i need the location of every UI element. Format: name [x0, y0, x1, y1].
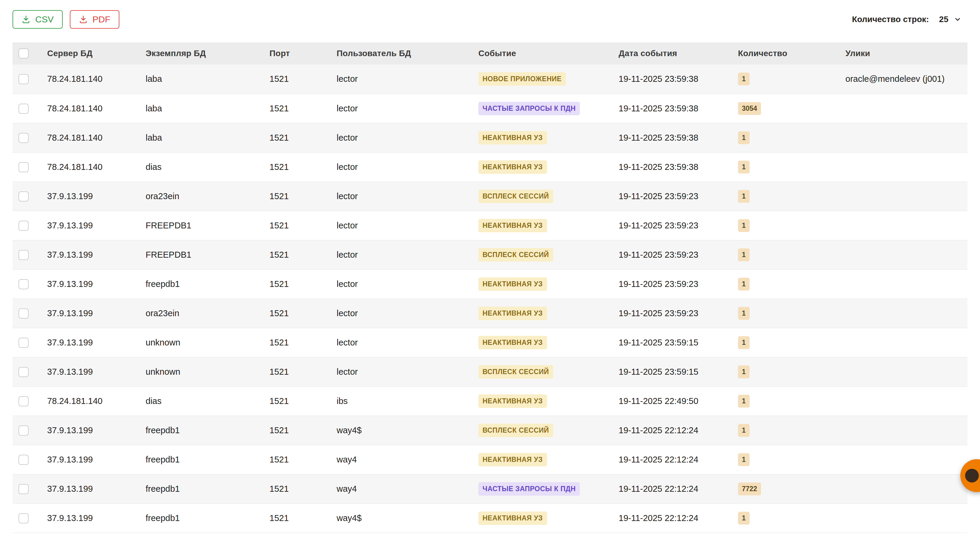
table-row: 37.9.13.199 freepdb1 1521 way4 ЧАСТЫЕ ЗА…	[13, 474, 967, 503]
export-csv-button[interactable]: CSV	[13, 10, 63, 29]
cell-port: 1521	[265, 298, 332, 328]
cell-server: 37.9.13.199	[42, 211, 141, 240]
row-checkbox[interactable]	[19, 396, 29, 406]
cell-instance: freepdb1	[141, 474, 265, 503]
cell-evidence	[841, 123, 967, 152]
cell-date: 19-11-2025 23:59:15	[614, 328, 733, 357]
cell-port: 1521	[265, 474, 332, 503]
row-checkbox[interactable]	[19, 484, 29, 494]
cell-port: 1521	[265, 94, 332, 123]
row-checkbox[interactable]	[19, 308, 29, 319]
cell-user: lector	[332, 269, 474, 298]
event-badge: НЕАКТИВНАЯ УЗ	[478, 160, 547, 174]
cell-date: 19-11-2025 22:12:24	[614, 445, 733, 474]
cell-server: 37.9.13.199	[42, 416, 141, 445]
export-pdf-button[interactable]: PDF	[70, 10, 119, 29]
row-checkbox[interactable]	[19, 74, 29, 84]
table-row: 78.24.181.140 dias 1521 ibs НЕАКТИВНАЯ У…	[13, 386, 967, 416]
row-checkbox[interactable]	[19, 191, 29, 201]
cell-date: 19-11-2025 23:59:38	[614, 152, 733, 182]
cell-evidence	[841, 298, 967, 328]
export-buttons: CSV PDF	[13, 10, 119, 29]
table-row: 37.9.13.199 freepdb1 1521 lector НЕАКТИВ…	[13, 269, 967, 298]
count-badge: 1	[738, 161, 749, 174]
row-checkbox[interactable]	[19, 221, 29, 231]
cell-evidence	[841, 94, 967, 123]
cell-count: 1	[733, 152, 841, 182]
cell-evidence	[841, 240, 967, 269]
table-header-row: Сервер БД Экземпляр БД Порт Пользователь…	[13, 42, 967, 64]
rows-count-select[interactable]: 25	[938, 12, 963, 27]
cell-event: НЕАКТИВНАЯ УЗ	[474, 386, 614, 416]
cell-server: 37.9.13.199	[42, 357, 141, 386]
rows-count-label: Количество строк:	[852, 14, 929, 24]
column-header-date: Дата события	[614, 42, 733, 64]
count-badge: 1	[738, 395, 749, 408]
cell-count: 1	[733, 123, 841, 152]
event-badge: ЧАСТЫЕ ЗАПРОСЫ К ПДН	[478, 102, 580, 115]
row-checkbox[interactable]	[19, 162, 29, 172]
cell-user: lector	[332, 64, 474, 94]
cell-date: 19-11-2025 23:59:38	[614, 123, 733, 152]
cell-date: 19-11-2025 23:59:23	[614, 269, 733, 298]
cell-server: 37.9.13.199	[42, 269, 141, 298]
table-row: 37.9.13.199 freepdb1 1521 way4$ ВСПЛЕСК …	[13, 416, 967, 445]
cell-evidence	[841, 211, 967, 240]
row-checkbox[interactable]	[19, 250, 29, 260]
event-badge: НЕАКТИВНАЯ УЗ	[478, 453, 547, 466]
count-badge: 1	[738, 365, 749, 378]
cell-evidence	[841, 503, 967, 533]
cell-user: lector	[332, 357, 474, 386]
cell-count: 1	[733, 328, 841, 357]
cell-instance: freepdb1	[141, 503, 265, 533]
cell-event: ЧАСТЫЕ ЗАПРОСЫ К ПДН	[474, 474, 614, 503]
events-table-wrap: Сервер БД Экземпляр БД Порт Пользователь…	[13, 42, 967, 533]
cell-event: ВСПЛЕСК СЕССИЙ	[474, 416, 614, 445]
pdf-button-label: PDF	[92, 14, 110, 24]
count-badge: 1	[738, 336, 749, 349]
table-row: 37.9.13.199 ora23ein 1521 lector ВСПЛЕСК…	[13, 182, 967, 211]
cell-count: 1	[733, 240, 841, 269]
cell-server: 37.9.13.199	[42, 503, 141, 533]
row-checkbox[interactable]	[19, 367, 29, 377]
cell-evidence	[841, 152, 967, 182]
cell-date: 19-11-2025 23:59:23	[614, 298, 733, 328]
count-badge: 7722	[738, 482, 761, 495]
row-checkbox[interactable]	[19, 426, 29, 436]
row-checkbox[interactable]	[19, 338, 29, 348]
cell-server: 37.9.13.199	[42, 182, 141, 211]
cell-event: НЕАКТИВНАЯ УЗ	[474, 328, 614, 357]
cell-server: 78.24.181.140	[42, 94, 141, 123]
row-checkbox[interactable]	[19, 279, 29, 289]
count-badge: 1	[738, 453, 749, 466]
table-row: 78.24.181.140 laba 1521 lector ЧАСТЫЕ ЗА…	[13, 94, 967, 123]
column-header-evidence: Улики	[841, 42, 967, 64]
cell-port: 1521	[265, 328, 332, 357]
cell-port: 1521	[265, 152, 332, 182]
cell-date: 19-11-2025 22:12:24	[614, 474, 733, 503]
cell-port: 1521	[265, 386, 332, 416]
toolbar: CSV PDF Количество строк: 25	[0, 0, 980, 30]
cell-date: 19-11-2025 23:59:38	[614, 64, 733, 94]
cell-evidence	[841, 357, 967, 386]
event-badge: НЕАКТИВНАЯ УЗ	[478, 278, 547, 291]
cell-evidence: oracle@mendeleev (j001)	[841, 64, 967, 94]
row-checkbox[interactable]	[19, 133, 29, 143]
cell-instance: freepdb1	[141, 416, 265, 445]
count-badge: 3054	[738, 102, 761, 115]
row-checkbox[interactable]	[19, 455, 29, 465]
select-all-checkbox[interactable]	[19, 48, 29, 59]
row-checkbox[interactable]	[19, 104, 29, 114]
table-row: 37.9.13.199 freepdb1 1521 way4$ НЕАКТИВН…	[13, 503, 967, 533]
download-icon	[79, 15, 88, 24]
cell-user: way4	[332, 474, 474, 503]
count-badge: 1	[738, 278, 749, 290]
table-row: 37.9.13.199 FREEPDB1 1521 lector ВСПЛЕСК…	[13, 240, 967, 269]
cell-instance: ora23ein	[141, 298, 265, 328]
db-events-page: CSV PDF Количество строк: 25	[0, 0, 980, 533]
cell-port: 1521	[265, 240, 332, 269]
event-badge: ВСПЛЕСК СЕССИЙ	[478, 424, 553, 437]
row-checkbox[interactable]	[19, 513, 29, 523]
cell-evidence	[841, 328, 967, 357]
event-badge: НЕАКТИВНАЯ УЗ	[478, 512, 547, 525]
